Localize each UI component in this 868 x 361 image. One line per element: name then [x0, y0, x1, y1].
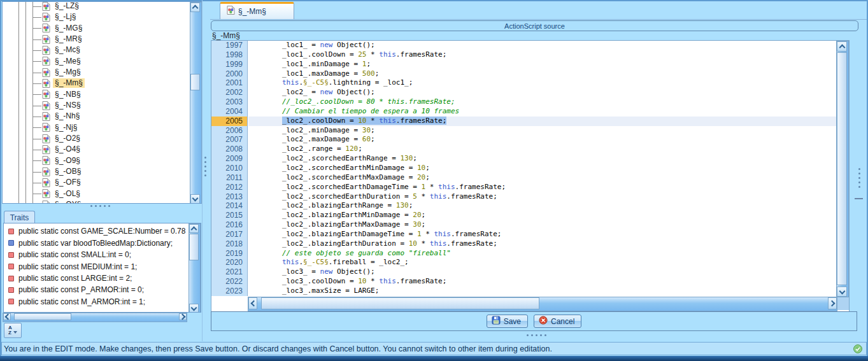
splitter-collapse-handle[interactable] [855, 198, 863, 199]
code-line[interactable]: _loc2_.scorchedEarthMinDamage = 10; [248, 164, 836, 173]
tree-item-label: §_-O2§ [53, 134, 82, 143]
left-horizontal-splitter[interactable] [90, 205, 110, 207]
tree-vertical-scrollbar[interactable] [190, 2, 202, 204]
bottom-horizontal-splitter[interactable] [527, 334, 546, 336]
trait-item[interactable]: public static const P_ARMOR:int = 0; [4, 284, 190, 295]
scroll-right-button[interactable] [828, 297, 837, 309]
code-line[interactable]: // Cambiar el tiempo de espera a 10 fram… [248, 107, 836, 117]
script-tree[interactable]: §_-LZ§§_-Lj§§_-MG§§_-MR§§_-Mc§§_-Me§§_-M… [3, 2, 191, 203]
code-line[interactable]: _loc2_ = new Object(); [248, 88, 836, 97]
tree-connector [32, 127, 41, 128]
code-line[interactable]: _loc2_.scorchedEarthRange = 130; [248, 154, 836, 164]
cancel-button[interactable]: Cancel [534, 315, 581, 328]
cancel-icon [539, 316, 548, 327]
line-number: 2009 [211, 154, 247, 164]
scroll-up-button[interactable] [837, 41, 847, 52]
code-line[interactable]: _loc1_.coolDown = 25 * this.framesRate; [248, 50, 836, 60]
code-line[interactable]: _loc2_.range = 120; [248, 145, 836, 154]
tree-item[interactable]: §_-LZ§ [3, 2, 191, 11]
code-line[interactable]: _loc2_.maxDamage = 60; [248, 135, 836, 145]
traits-vertical-scrollbar[interactable] [189, 223, 201, 313]
sort-az-button[interactable]: AZ [4, 323, 22, 338]
save-button[interactable]: Save [487, 315, 528, 328]
tab-traits[interactable]: Traits [4, 211, 35, 224]
code-line[interactable]: //_loc2_.coolDown = 80 * this.framesRate… [248, 97, 836, 107]
scroll-up-button[interactable] [190, 3, 200, 12]
scroll-right-button[interactable] [179, 313, 187, 320]
editor-vertical-scrollbar[interactable] [836, 41, 849, 297]
scroll-up-button[interactable] [189, 224, 199, 233]
tree-item[interactable]: §_-Mc§ [3, 45, 191, 55]
tree-item[interactable]: §_-O4§ [3, 144, 191, 155]
tree-item-label: §_-Mc§ [53, 45, 82, 55]
tree-item[interactable]: §_-OL§ [3, 188, 191, 199]
script-icon [42, 13, 50, 22]
code-line[interactable]: _loc2_.blazingEarthMinDamage = 20; [248, 211, 836, 220]
tree-item[interactable]: §_-O2§ [3, 133, 191, 144]
tree-item[interactable]: §_-Mg§ [3, 67, 191, 78]
scroll-down-button[interactable] [189, 304, 199, 313]
tree-item[interactable]: §_-O9§ [3, 155, 191, 166]
code-line[interactable]: _loc2_.coolDown = 10 * this.framesRate; [248, 117, 836, 126]
traits-horizontal-scrollbar[interactable] [3, 313, 187, 322]
code-line[interactable]: _loc1_.minDamage = 1; [248, 60, 836, 69]
trait-item[interactable]: public static const LARGE:int = 2; [4, 273, 190, 284]
tree-connector [32, 160, 41, 161]
tree-item[interactable]: §_-MG§ [3, 23, 191, 34]
code-line[interactable]: _loc3_.coolDown = 10 * this.framesRate; [248, 277, 836, 287]
code-line[interactable]: this.§_-C5§.fireball = _loc2_; [248, 258, 836, 267]
scroll-left-button[interactable] [248, 297, 257, 309]
tree-item[interactable]: §_-Mm§ [3, 78, 191, 88]
tree-connector [32, 17, 41, 18]
trait-item[interactable]: public static var bloodToBleedMap:Dictio… [4, 237, 190, 248]
scroll-left-button[interactable] [3, 313, 11, 320]
tree-connector [32, 83, 41, 84]
scrollbar-thumb[interactable] [190, 74, 200, 90]
tree-connector [32, 73, 41, 73]
code-area[interactable]: _loc1_ = new Object(); _loc1_.coolDown =… [248, 41, 836, 296]
scrollbar-thumb[interactable] [189, 234, 199, 260]
tree-item[interactable]: §_-NS§ [3, 100, 191, 111]
script-icon [42, 189, 50, 198]
code-line[interactable]: _loc1_.maxDamage = 500; [248, 69, 836, 79]
tree-item[interactable]: §_-OF§ [3, 177, 191, 188]
tree-item[interactable]: §_-OB§ [3, 166, 191, 177]
tree-item[interactable]: §_-Me§ [3, 56, 191, 67]
right-vertical-splitter[interactable] [858, 168, 860, 188]
code-line[interactable]: // este objeto se guarda como "fireball" [248, 249, 836, 258]
tree-item[interactable]: §_-Nh§ [3, 111, 191, 122]
code-line[interactable]: _loc3_.maxSize = LARGE; [248, 287, 836, 296]
code-line[interactable]: _loc2_.minDamage = 30; [248, 126, 836, 136]
trait-item[interactable]: public static const MEDIUM:int = 1; [4, 260, 190, 272]
code-line[interactable]: _loc2_.scorchedEarthMaxDamage = 20; [248, 173, 836, 183]
code-editor[interactable]: 1997199819992000200120022003200420052006… [211, 40, 850, 312]
code-line[interactable]: _loc2_.scorchedEarthDuration = 5 * this.… [248, 192, 836, 202]
code-line[interactable]: _loc2_.scorchedEarthDamageTime = 1 * thi… [248, 183, 836, 192]
scrollbar-thumb[interactable] [837, 52, 847, 285]
tree-item-label: §_-Lj§ [53, 12, 78, 22]
code-line[interactable]: _loc2_.blazingEarthDuration = 10 * this.… [248, 239, 836, 249]
trait-item[interactable]: public static const SMALL:int = 0; [4, 249, 190, 260]
code-line[interactable]: _loc2_.blazingEarthDamageTime = 1 * this… [248, 230, 836, 239]
tree-item[interactable]: §_-MR§ [3, 34, 191, 45]
code-line[interactable]: _loc2_.blazingEarthRange = 130; [248, 201, 836, 211]
editor-horizontal-scrollbar[interactable] [248, 297, 837, 311]
tree-item[interactable]: §_-Lj§ [3, 11, 191, 22]
code-line[interactable]: _loc1_ = new Object(); [248, 41, 836, 50]
scroll-down-button[interactable] [837, 287, 847, 297]
scrollbar-thumb[interactable] [261, 297, 539, 309]
tree-item[interactable]: §_-NB§ [3, 89, 191, 100]
code-line[interactable]: _loc3_ = new Object(); [248, 267, 836, 277]
code-line[interactable]: _loc2_.blazingEarthMaxDamage = 30; [248, 220, 836, 230]
main-vertical-splitter[interactable] [204, 157, 206, 176]
trait-item[interactable]: public static const M_ARMOR:int = 1; [4, 296, 190, 308]
trait-item[interactable]: public static const GAME_SCALE:Number = … [4, 225, 190, 237]
tree-item[interactable]: §_-OY§ [3, 199, 191, 203]
scrollbar-thumb[interactable] [14, 313, 71, 320]
tree-item[interactable]: §_-Nj§ [3, 122, 191, 133]
scroll-down-button[interactable] [190, 194, 200, 204]
window-bottom-border [0, 356, 868, 361]
code-line[interactable]: this.§_-C5§.lightning = _loc1_; [248, 78, 836, 88]
line-number: 2000 [211, 69, 247, 79]
tab-script-mm[interactable]: §_-Mm§ [220, 2, 294, 20]
